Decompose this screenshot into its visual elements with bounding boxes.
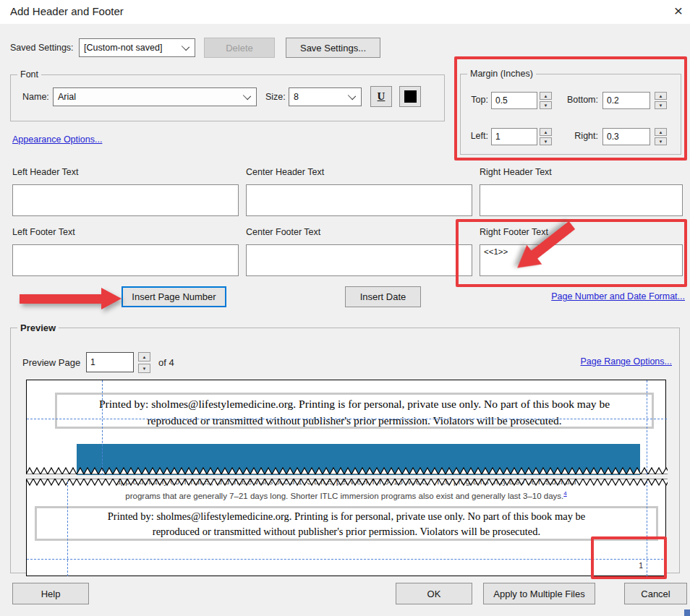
watermark-box: Printed by: sholmes@lifestylemedicine.or… xyxy=(55,393,654,429)
left-header-label: Left Header Text xyxy=(12,167,79,177)
title-bar: Add Header and Footer × xyxy=(0,0,690,24)
font-group: Font Name: Arial Size: 8 U xyxy=(10,69,445,121)
margin-guide-left xyxy=(102,380,103,475)
center-header-input[interactable] xyxy=(246,184,472,216)
insert-date-button[interactable]: Insert Date xyxy=(345,286,421,307)
underline-icon: U xyxy=(378,90,386,103)
center-footer-label: Center Footer Text xyxy=(246,227,320,237)
watermark-line-2: reproduced or transmitted without publis… xyxy=(37,524,656,539)
annotation-arrow-insert-page-number-icon xyxy=(20,288,122,309)
close-icon[interactable]: × xyxy=(669,1,688,21)
save-settings-button[interactable]: Save Settings... xyxy=(286,38,380,58)
chevron-down-icon xyxy=(348,92,356,100)
preview-page-2: approximately 60 minutes, and those visi… xyxy=(26,479,666,576)
chevron-down-icon xyxy=(243,92,251,100)
preview-page-spinner[interactable]: ▲ ▼ xyxy=(138,352,150,373)
font-size-label: Size: xyxy=(265,92,286,102)
watermark-box: Printed by: sholmes@lifestylemedicine.or… xyxy=(35,506,658,541)
preview-page-count: of 4 xyxy=(158,357,174,368)
page-body-text: programs that are generally 7–21 days lo… xyxy=(27,490,665,500)
apply-to-multiple-files-button[interactable]: Apply to Multiple Files xyxy=(483,583,595,604)
torn-edge-icon xyxy=(26,467,668,474)
saved-settings-label: Saved Settings: xyxy=(10,43,74,53)
font-size-select[interactable]: 8 xyxy=(289,87,362,106)
ok-button[interactable]: OK xyxy=(396,583,472,604)
dialog-title: Add Header and Footer xyxy=(10,5,124,17)
page-body-text-line: programs that are generally 7–21 days lo… xyxy=(125,492,563,500)
delete-button[interactable]: Delete xyxy=(204,38,275,58)
margin-guide-bottom xyxy=(27,559,667,560)
margin-guide-left xyxy=(67,482,68,576)
help-button[interactable]: Help xyxy=(12,583,89,604)
spinner-down-icon[interactable]: ▼ xyxy=(138,364,150,373)
torn-edge-icon xyxy=(26,479,668,486)
saved-settings-value: [Custom-not saved] xyxy=(84,43,162,53)
font-name-select[interactable]: Arial xyxy=(53,87,257,106)
right-header-label: Right Header Text xyxy=(480,167,552,177)
preview-group: Preview Preview Page ▲ ▼ of 4 Page Range… xyxy=(10,322,680,573)
background-fragment xyxy=(684,609,690,616)
preview-page-input[interactable] xyxy=(86,352,134,372)
chevron-down-icon xyxy=(182,43,189,51)
color-swatch-icon xyxy=(404,90,417,103)
font-size-value: 8 xyxy=(294,92,299,102)
font-name-value: Arial xyxy=(58,92,76,102)
font-name-label: Name: xyxy=(22,92,49,102)
watermark-line-1: Printed by: sholmes@lifestylemedicine.or… xyxy=(57,395,652,412)
margin-guide-top xyxy=(27,419,667,419)
left-footer-label: Left Footer Text xyxy=(12,227,75,237)
underline-button[interactable]: U xyxy=(370,86,392,107)
insert-page-number-button[interactable]: Insert Page Number xyxy=(122,286,226,307)
cancel-button[interactable]: Cancel xyxy=(624,583,687,604)
saved-settings-select[interactable]: [Custom-not saved] xyxy=(79,38,195,57)
annotation-box-margin xyxy=(454,56,687,161)
page-range-options-link[interactable]: Page Range Options... xyxy=(581,356,672,367)
appearance-options-link[interactable]: Appearance Options... xyxy=(12,134,102,145)
right-header-input[interactable] xyxy=(480,184,683,216)
left-footer-input[interactable] xyxy=(12,244,239,276)
margin-guide-right xyxy=(647,380,647,475)
watermark-line-1: Printed by: sholmes@lifestylemedicine.or… xyxy=(37,509,656,524)
page-number-date-format-link[interactable]: Page Number and Date Format... xyxy=(551,291,685,301)
font-group-label: Font xyxy=(17,69,41,80)
preview-page-label: Preview Page xyxy=(22,357,80,368)
spinner-up-icon[interactable]: ▲ xyxy=(138,352,150,362)
preview-group-label: Preview xyxy=(17,322,59,333)
annotation-box-page-number xyxy=(591,536,667,579)
center-footer-input[interactable] xyxy=(246,244,472,276)
footnote-link: 4 xyxy=(563,490,566,497)
watermark-line-2: reproduced or transmitted without publis… xyxy=(57,412,652,429)
add-header-footer-dialog: Add Header and Footer × Saved Settings: … xyxy=(0,0,690,616)
preview-page-1: Printed by: sholmes@lifestylemedicine.or… xyxy=(26,380,666,474)
center-header-label: Center Header Text xyxy=(246,167,324,177)
font-color-button[interactable] xyxy=(399,86,421,107)
left-header-input[interactable] xyxy=(12,184,239,216)
